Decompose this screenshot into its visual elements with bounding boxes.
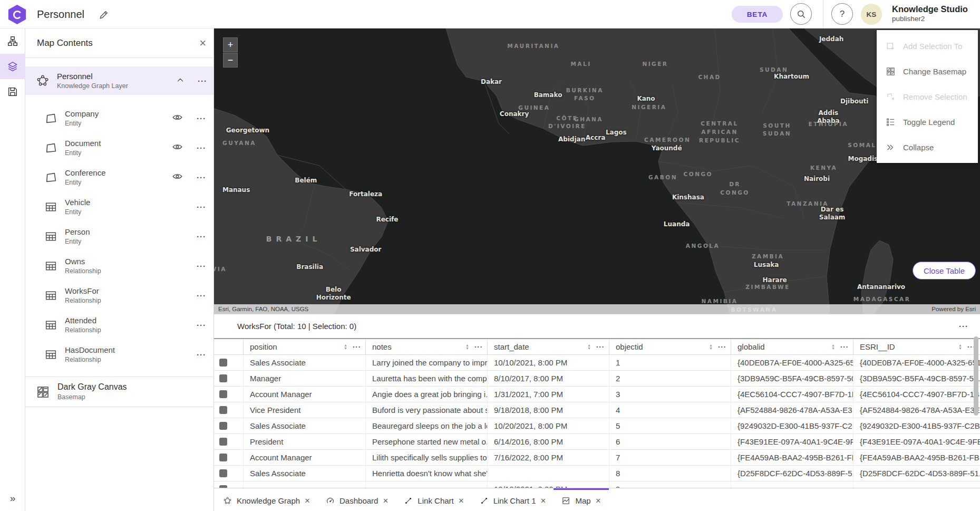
layer-subtitle: Relationship (65, 326, 169, 334)
row-checkbox[interactable] (219, 390, 227, 398)
visibility-toggle[interactable] (169, 141, 185, 154)
cell-notes: Angie does a great job bringing i... (366, 387, 488, 402)
app-logo-icon[interactable] (7, 5, 27, 24)
table-row[interactable]: Vice President Buford is very passionate… (214, 402, 980, 418)
close-table-button[interactable]: Close Table (913, 262, 976, 279)
column-options-button[interactable]: ··· (840, 343, 849, 351)
layer-item-worksfor[interactable]: WorksFor Relationship ··· (25, 281, 214, 310)
column-header-notes[interactable]: notes ▲▼ ··· (366, 339, 488, 354)
layer-item-document[interactable]: Document Entity ··· (25, 133, 214, 162)
layer-options-button[interactable]: ··· (197, 291, 206, 300)
help-button[interactable]: ? (831, 3, 853, 25)
zoom-out-button[interactable]: − (223, 53, 238, 68)
sort-icon[interactable]: ▲▼ (831, 344, 835, 350)
column-label: notes (372, 342, 465, 351)
search-button[interactable] (790, 3, 812, 25)
table-row[interactable]: Account Manager Lilith specifically sell… (214, 450, 980, 466)
menu-item-collapse[interactable]: Collapse (877, 134, 978, 160)
menu-item-change-basemap[interactable]: Change Basemap (877, 59, 978, 84)
column-header-position[interactable]: position ▲▼ ··· (244, 339, 366, 354)
select-all-column[interactable] (214, 339, 244, 354)
tab-knowledge-graph[interactable]: Knowledge Graph × (215, 488, 318, 511)
menu-item-toggle-legend[interactable]: Toggle Legend (877, 109, 978, 134)
layer-group-personnel[interactable]: Personnel Knowledge Graph Layer ··· (25, 66, 214, 95)
table-header-row: position ▲▼ ··· notes ▲▼ ··· start_date … (214, 338, 980, 355)
map-canvas[interactable]: Jeddah Dakar Bamako Khartoum Kano Conakr… (214, 28, 980, 314)
sidebar-item-data-model[interactable] (0, 28, 25, 54)
row-checkbox[interactable] (219, 374, 227, 382)
group-options-button[interactable]: ··· (198, 76, 207, 85)
column-header-esri-id[interactable]: ESRI__ID ▲▼ ··· (853, 339, 980, 354)
layer-options-button[interactable]: ··· (197, 114, 206, 123)
layer-options-button[interactable]: ··· (197, 143, 206, 152)
beta-badge: BETA (732, 6, 783, 23)
sort-icon[interactable]: ▲▼ (344, 344, 347, 350)
column-header-start-date[interactable]: start_date ▲▼ ··· (488, 339, 609, 354)
sort-icon[interactable]: ▲▼ (465, 344, 469, 350)
visibility-toggle[interactable] (169, 171, 185, 184)
column-options-button[interactable]: ··· (353, 343, 361, 351)
sidebar-item-layers[interactable] (0, 54, 25, 79)
layer-options-button[interactable]: ··· (197, 350, 206, 359)
table-row[interactable]: Manager Lauretta has been with the comp.… (214, 371, 980, 387)
menu-item-add-selection-to[interactable]: Add Selection To (877, 33, 978, 59)
row-checkbox[interactable] (219, 406, 227, 414)
row-checkbox[interactable] (219, 422, 227, 430)
edit-title-button[interactable] (98, 8, 112, 22)
layer-item-company[interactable]: Company Entity ··· (25, 103, 214, 133)
table-scrollbar[interactable] (974, 336, 978, 416)
column-options-button[interactable]: ··· (474, 343, 483, 351)
left-icon-rail: » (0, 28, 25, 511)
layer-item-hasdocument[interactable]: HasDocument Relationship ··· (25, 340, 214, 369)
zoom-in-button[interactable]: + (223, 37, 238, 52)
layer-title: Company (65, 109, 169, 119)
layer-item-conference[interactable]: Conference Entity ··· (25, 162, 214, 192)
layer-item-owns[interactable]: Owns Relationship ··· (25, 251, 214, 281)
expand-rail-button[interactable]: » (0, 488, 25, 509)
layer-item-attended[interactable]: Attended Relationship ··· (25, 310, 214, 340)
tab-map[interactable]: Map × (554, 488, 608, 511)
layer-options-button[interactable]: ··· (197, 203, 206, 211)
column-options-button[interactable]: ··· (596, 343, 605, 351)
visibility-toggle[interactable] (169, 112, 185, 124)
close-panel-button[interactable]: × (199, 37, 206, 49)
sidebar-item-save[interactable] (0, 79, 25, 104)
tab-dashboard[interactable]: Dashboard × (318, 488, 396, 511)
close-tab-icon[interactable]: × (541, 496, 546, 505)
layer-options-button[interactable]: ··· (197, 232, 206, 241)
layer-item-person[interactable]: Person Entity ··· (25, 221, 214, 251)
layer-options-button[interactable]: ··· (197, 173, 206, 182)
layer-options-button[interactable]: ··· (197, 321, 206, 330)
cell-start-date: 1/31/2021, 7:00 PM (488, 387, 609, 402)
menu-item-label: Change Basemap (903, 67, 966, 76)
table-row[interactable]: Sales Associate Beauregard sleeps on the… (214, 418, 980, 434)
row-checkbox[interactable] (219, 454, 227, 461)
sort-icon[interactable]: ▲▼ (958, 344, 962, 350)
row-checkbox[interactable] (219, 438, 227, 446)
basemap-item[interactable]: Dark Gray Canvas Basemap (25, 377, 214, 407)
row-checkbox[interactable] (219, 469, 227, 477)
table-options-button[interactable]: ··· (959, 322, 968, 331)
avatar[interactable]: KS (861, 4, 882, 25)
collapse-group-button[interactable] (172, 73, 188, 89)
column-header-objectid[interactable]: objectid ▲▼ ··· (609, 339, 731, 354)
table-row[interactable]: Sales Associate Larry joined the company… (214, 355, 980, 371)
table-row[interactable]: President Persephone started new metal o… (214, 434, 980, 450)
close-tab-icon[interactable]: × (305, 496, 310, 505)
row-checkbox[interactable] (219, 359, 227, 367)
menu-item-remove-selection[interactable]: Remove Selection (877, 84, 978, 109)
sort-icon[interactable]: ▲▼ (709, 344, 713, 350)
column-header-globalid[interactable]: globalid ▲▼ ··· (731, 339, 853, 354)
layer-item-vehicle[interactable]: Vehicle Entity ··· (25, 192, 214, 221)
table-row[interactable]: Account Manager Angie does a great job b… (214, 387, 980, 402)
cell-notes: Persephone started new metal o... (366, 434, 488, 449)
sort-icon[interactable]: ▲▼ (587, 344, 591, 350)
close-tab-icon[interactable]: × (459, 496, 464, 505)
column-options-button[interactable]: ··· (718, 343, 726, 351)
layer-options-button[interactable]: ··· (197, 262, 206, 271)
table-row[interactable]: Sales Associate Henrietta doesn't know w… (214, 466, 980, 481)
close-tab-icon[interactable]: × (596, 496, 601, 505)
tab-link-chart[interactable]: Link Chart × (396, 488, 471, 511)
tab-link-chart-1[interactable]: Link Chart 1 × (472, 488, 554, 511)
close-tab-icon[interactable]: × (383, 496, 388, 505)
